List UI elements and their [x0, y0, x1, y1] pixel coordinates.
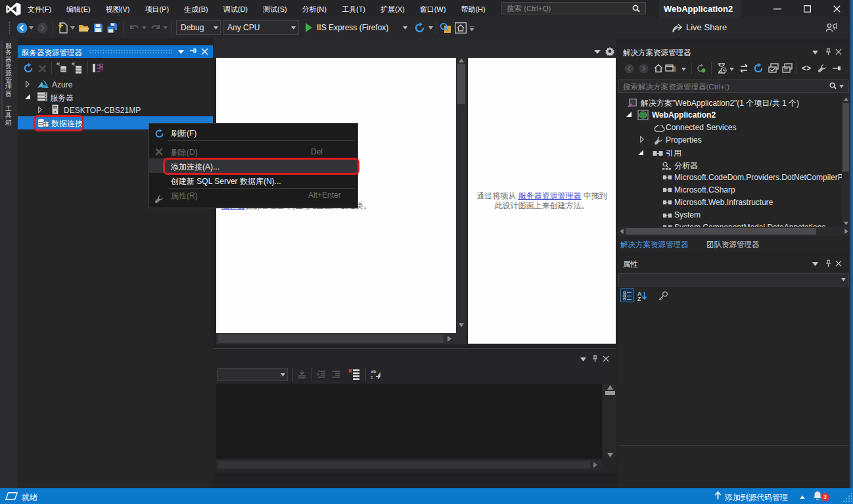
svg-text:c: c — [371, 374, 373, 380]
svg-text:Z: Z — [637, 296, 641, 301]
